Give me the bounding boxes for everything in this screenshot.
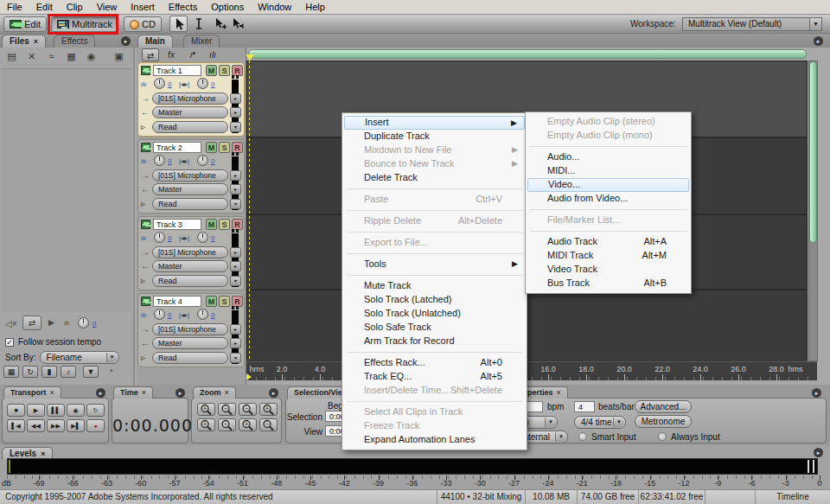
horizontal-scrollbar[interactable] [248,49,807,59]
menu-effects[interactable]: Effects [162,0,204,15]
pan-knob[interactable] [197,232,208,243]
expand-automation-lanes-menu-item[interactable]: Expand Automation Lanes [344,433,525,447]
play-preview-icon[interactable]: ▶ [48,318,54,327]
dropdown-arrow-icon[interactable]: ▸ [230,93,241,104]
track-name-field[interactable]: Track 3 [153,219,201,230]
play-from-cursor-button[interactable]: ◉ [67,404,85,417]
tools-menu-item[interactable]: Tools▶ [344,258,525,271]
track-input-dropdown[interactable]: [01S] Microphone [152,169,228,182]
preview-volume-knob[interactable] [78,317,89,329]
zoom-out-full-button[interactable]: − [239,403,257,416]
dropdown-arrow-icon[interactable]: ▸ [230,184,241,195]
always-input-radio[interactable] [658,432,667,441]
menu-view[interactable]: View [90,0,124,15]
track-input-dropdown[interactable]: [01S] Microphone [152,93,228,105]
dropdown-arrow-icon[interactable]: ▸ [230,324,241,335]
dropdown-arrow-icon[interactable]: ▸ [230,107,241,118]
dropdown-arrow-icon[interactable]: ▾ [230,122,241,132]
delete-track-menu-item[interactable]: Delete Track [344,171,525,185]
eq-section-icon[interactable]: ılı [204,48,221,61]
zoom-in-left-edge-button[interactable]: + [197,418,215,431]
pan-knob[interactable] [197,309,208,320]
menu-help[interactable]: Help [298,0,332,15]
select-all-clips-in-track-menu-item[interactable]: Select All Clips in Track [344,405,525,419]
track-input-dropdown[interactable]: [01S] Microphone [152,246,228,258]
insert-empty-audio-clip-stereo-menu-item[interactable]: Empty Audio Clip (stereo) [527,115,689,129]
close-file-icon[interactable]: ✕ [23,49,40,64]
volume-knob[interactable] [154,155,165,166]
track-name-field[interactable]: Track 2 [153,142,201,153]
preview-options-icon[interactable]: ◔ [103,366,118,378]
fast-forward-button[interactable]: ▶▶ [47,419,65,432]
freeze-track-menu-item[interactable]: Freeze Track [344,419,525,433]
volume-value[interactable]: 0 [168,311,171,319]
dropdown-arrow-icon[interactable]: ▸ [230,261,241,271]
close-icon[interactable]: × [41,450,45,458]
solo-track-latched-menu-item[interactable]: Solo Track (Latched) [344,293,525,307]
pan-knob[interactable] [197,155,208,166]
track-automation-mode-dropdown[interactable]: Read [152,352,228,364]
show-video-files-icon[interactable]: ▮ [42,366,57,378]
time-selection-tool-button[interactable] [189,16,208,32]
insert-empty-audio-clip-mono-menu-item[interactable]: Empty Audio Clip (mono) [527,129,689,143]
bounce-to-new-track-menu-item[interactable]: Bounce to New Track▶ [344,157,525,171]
stop-button[interactable]: ■ [7,404,25,417]
menu-edit[interactable]: Edit [29,0,60,15]
panel-menu-icon[interactable]: ▸ [269,388,278,398]
move-copy-clip-tool-button[interactable] [211,16,229,32]
track-mute-button[interactable]: M [206,296,217,307]
cd-view-button[interactable]: CD [124,16,162,32]
edit-view-button[interactable]: Edit [3,16,47,32]
pan-value[interactable]: 0 [211,80,214,88]
volume-knob[interactable] [154,232,165,243]
track-automation-mode-dropdown[interactable]: Read [152,198,228,210]
track-automation-mode-dropdown[interactable]: Read [152,121,228,133]
insert-video-track-menu-item[interactable]: Video Track [527,263,689,277]
rewind-button[interactable]: ◀◀ [27,419,45,432]
beats-per-bar-field[interactable]: 4 [574,401,595,412]
ripple-delete-menu-item[interactable]: Ripple DeleteAlt+Delete [344,214,525,228]
track-mute-button[interactable]: M [206,219,217,230]
zoom-in-right-edge-button[interactable]: − [218,418,236,431]
track-eq-menu-item[interactable]: Track EQ...Alt+5 [344,370,525,384]
insert-audio-track-menu-item[interactable]: Audio TrackAlt+A [527,235,689,249]
tab-zoom[interactable]: Zoom× [193,386,236,399]
import-file-icon[interactable]: ▤ [3,49,20,64]
tab-main[interactable]: Main [137,35,173,48]
pan-value[interactable]: 0 [211,234,214,242]
tab-transport[interactable]: Transport× [3,386,61,399]
play-button[interactable]: ▶ [27,404,45,417]
tab-effects[interactable]: Effects [54,35,95,48]
checkbox-checked-icon[interactable]: ✓ [5,338,14,347]
mixdown-to-new-file-menu-item[interactable]: Mixdown to New File▶ [344,144,525,157]
zoom-to-selection-button[interactable]: + [259,403,278,416]
menu-insert[interactable]: Insert [124,0,162,15]
insert-bus-track-menu-item[interactable]: Bus TrackAlt+B [527,277,689,290]
metronome-button[interactable]: Metronome [635,415,692,428]
dropdown-arrow-icon[interactable]: ▾ [230,199,241,209]
volume-value[interactable]: 0 [168,80,171,88]
close-icon[interactable]: × [557,388,561,397]
panel-menu-icon[interactable]: ▸ [812,388,821,398]
vertical-scrollbar-thumb[interactable] [809,61,817,243]
fx-section-icon[interactable]: fx [163,48,180,61]
close-icon[interactable]: × [225,388,229,397]
playhead-marker-icon[interactable] [246,54,254,61]
smart-input-radio[interactable] [578,432,587,441]
pan-knob[interactable] [197,78,208,89]
panel-menu-icon[interactable]: ▸ [814,36,823,46]
mute-track-menu-item[interactable]: Mute Track [344,279,525,293]
tab-files[interactable]: Files× [2,35,46,48]
close-icon[interactable]: × [34,37,38,46]
volume-knob[interactable] [154,78,165,89]
panel-menu-icon[interactable]: ▸ [121,36,131,46]
filter-files-icon[interactable]: ▼ [83,366,99,378]
dropdown-arrow-icon[interactable]: ▸ [230,247,241,258]
vertical-scrollbar[interactable] [808,61,818,361]
go-to-start-button[interactable]: ▌◀ [7,419,25,432]
insert-menu-item[interactable]: Insert▶ [344,116,525,130]
panel-menu-icon[interactable]: ▸ [96,388,105,398]
zoom-out-horizontal-button[interactable]: − [218,403,236,416]
solo-safe-track-menu-item[interactable]: Solo Safe Track [344,321,525,335]
track-name-field[interactable]: Track 4 [153,296,201,307]
